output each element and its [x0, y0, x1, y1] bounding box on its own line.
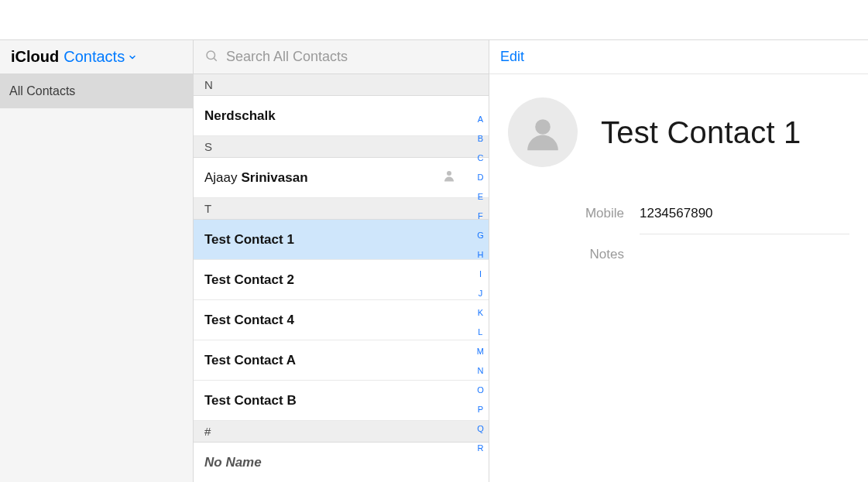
- alpha-letter[interactable]: F: [477, 210, 484, 223]
- alpha-letter[interactable]: Q: [477, 422, 484, 436]
- section-header: #: [194, 421, 489, 443]
- section-letter: N: [204, 78, 213, 91]
- view-dropdown-label: Contacts: [63, 48, 125, 66]
- alpha-letter[interactable]: H: [477, 248, 484, 262]
- field-notes: Notes: [508, 239, 849, 270]
- window-titlebar: [0, 0, 868, 40]
- alpha-letter[interactable]: O: [477, 384, 484, 397]
- alpha-letter[interactable]: R: [477, 442, 484, 455]
- view-dropdown[interactable]: Contacts: [63, 48, 137, 66]
- alpha-letter[interactable]: L: [477, 326, 484, 339]
- edit-button[interactable]: Edit: [500, 49, 524, 65]
- groups-sidebar: iCloud Contacts All Contacts: [0, 40, 194, 482]
- group-all-contacts[interactable]: All Contacts: [0, 74, 193, 108]
- contacts-list[interactable]: N Nerdschalk S Ajaay Srinivasan T Test C…: [194, 74, 489, 482]
- contact-last-name: No Name: [204, 455, 262, 470]
- contact-row[interactable]: Ajaay Srinivasan: [194, 158, 489, 198]
- search-input[interactable]: [225, 48, 478, 66]
- alpha-letter[interactable]: I: [477, 268, 484, 281]
- field-value[interactable]: 1234567890: [640, 206, 713, 221]
- field-label: Notes: [508, 247, 624, 262]
- contact-avatar[interactable]: [508, 97, 578, 167]
- alpha-letter[interactable]: N: [477, 364, 484, 378]
- person-silhouette-icon: [442, 169, 456, 186]
- search-icon: [204, 49, 218, 65]
- contact-last-name: Test Contact 1: [204, 232, 294, 248]
- alpha-letter[interactable]: K: [477, 306, 484, 320]
- contact-row[interactable]: Test Contact 2: [194, 260, 489, 300]
- sidebar-header: iCloud Contacts: [0, 40, 193, 74]
- contact-card: Test Contact 1 Mobile 1234567890 Notes: [489, 74, 868, 293]
- contact-row[interactable]: No Name: [194, 443, 489, 482]
- svg-point-2: [447, 171, 451, 176]
- search-bar: [194, 40, 489, 74]
- section-header: T: [194, 198, 489, 220]
- svg-line-1: [214, 58, 216, 60]
- chevron-down-icon: [128, 48, 137, 66]
- contacts-list-column: N Nerdschalk S Ajaay Srinivasan T Test C…: [194, 40, 489, 482]
- alpha-letter[interactable]: M: [477, 345, 484, 358]
- contact-name: Test Contact 1: [601, 115, 801, 150]
- alpha-letter[interactable]: P: [477, 403, 484, 416]
- contact-row[interactable]: Test Contact 1: [194, 220, 489, 260]
- alphabet-index[interactable]: A B C D E F G H I J K L M N O P Q R: [477, 74, 484, 455]
- alpha-letter[interactable]: C: [477, 152, 484, 165]
- contact-last-name: Nerdschalk: [204, 108, 276, 124]
- section-letter: S: [204, 140, 212, 153]
- section-header: S: [194, 136, 489, 158]
- svg-point-0: [207, 51, 215, 60]
- contact-last-name: Test Contact 2: [204, 272, 294, 288]
- contact-last-name: Test Contact B: [204, 393, 297, 409]
- section-header: N: [194, 74, 489, 96]
- contact-last-name: Srinivasan: [242, 170, 308, 186]
- alpha-letter[interactable]: B: [477, 132, 484, 145]
- alpha-letter[interactable]: D: [477, 171, 484, 184]
- detail-toolbar: Edit: [489, 40, 868, 74]
- alpha-letter[interactable]: A: [477, 113, 484, 126]
- group-label: All Contacts: [9, 84, 75, 98]
- contact-row[interactable]: Test Contact B: [194, 381, 489, 421]
- alpha-letter[interactable]: E: [477, 190, 484, 203]
- alpha-letter[interactable]: J: [477, 287, 484, 300]
- section-letter: T: [204, 202, 211, 215]
- contact-row[interactable]: Nerdschalk: [194, 96, 489, 136]
- alpha-letter[interactable]: G: [477, 229, 484, 242]
- section-letter: #: [204, 425, 211, 438]
- brand-label: iCloud: [11, 48, 59, 66]
- contact-row[interactable]: Test Contact A: [194, 340, 489, 381]
- contact-last-name: Test Contact A: [204, 353, 296, 368]
- contact-detail-pane: Edit Test Contact 1 Mobile 1234567890 No…: [489, 40, 868, 482]
- field-mobile: Mobile 1234567890: [508, 198, 849, 229]
- field-label: Mobile: [508, 206, 624, 221]
- svg-point-3: [535, 119, 551, 135]
- field-separator: [640, 234, 849, 234]
- contact-row[interactable]: Test Contact 4: [194, 300, 489, 340]
- contact-first-name: Ajaay: [204, 170, 238, 186]
- contact-last-name: Test Contact 4: [204, 313, 294, 328]
